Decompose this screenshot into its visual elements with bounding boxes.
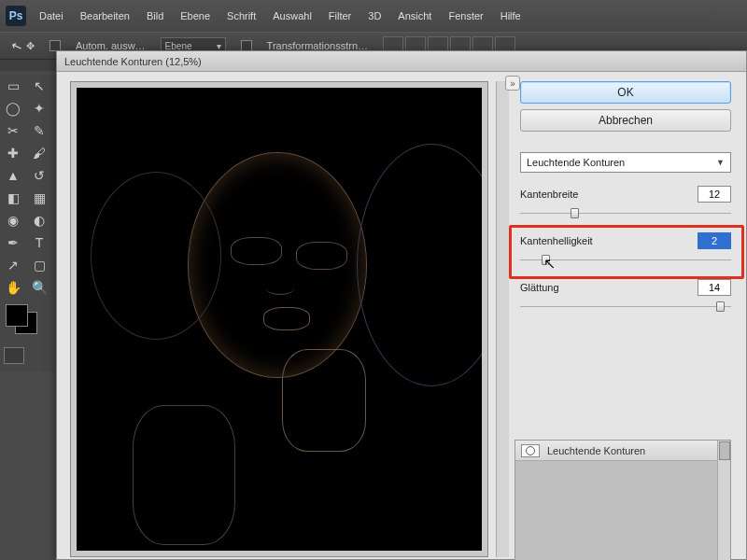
kantenhelligkeit-slider[interactable]: ↖ xyxy=(520,253,731,266)
dialog-titlebar: Leuchtende Konturen (12,5%) xyxy=(57,51,746,72)
quick-mask-button[interactable] xyxy=(4,347,24,364)
menu-bearbeiten[interactable]: Bearbeiten xyxy=(80,10,130,21)
kantenbreite-input[interactable]: 12 xyxy=(698,186,731,203)
effect-layers-body xyxy=(515,461,730,560)
crop-tool-icon[interactable]: ✂ xyxy=(0,119,26,142)
visibility-toggle-icon[interactable] xyxy=(521,444,540,457)
app-logo: Ps xyxy=(6,6,26,26)
effect-layer-name[interactable]: Leuchtende Konturen xyxy=(547,445,645,456)
filter-settings-pane: » OK Abbrechen Leuchtende Konturen ▼ Kan… xyxy=(509,72,746,560)
stamp-tool-icon[interactable]: ▲ xyxy=(0,164,26,187)
param-kantenbreite: Kantenbreite 12 xyxy=(520,186,731,203)
shape-tool-icon[interactable]: ▢ xyxy=(26,254,52,276)
menu-datei[interactable]: Datei xyxy=(39,10,63,21)
ok-button[interactable]: OK xyxy=(520,81,731,104)
eyedropper-tool-icon[interactable]: ✎ xyxy=(26,119,52,142)
preview-area xyxy=(57,72,496,560)
filter-gallery-dialog: Leuchtende Konturen (12,5%) » OK Abbrech… xyxy=(56,50,747,560)
menu-3d[interactable]: 3D xyxy=(368,10,381,21)
dodge-tool-icon[interactable]: ◐ xyxy=(26,209,52,231)
type-tool-icon[interactable]: T xyxy=(26,231,52,254)
chevron-down-icon: ▼ xyxy=(716,158,725,167)
kantenbreite-label: Kantenbreite xyxy=(520,189,578,200)
wand-tool-icon[interactable]: ✦ xyxy=(26,97,52,119)
kantenbreite-slider[interactable] xyxy=(520,206,731,219)
heal-tool-icon[interactable]: ✚ xyxy=(0,142,26,164)
pen-tool-icon[interactable]: ✒ xyxy=(0,231,26,254)
filter-select-dropdown[interactable]: Leuchtende Konturen ▼ xyxy=(520,152,731,173)
effect-layers-scrollbar[interactable] xyxy=(717,441,730,560)
preview-canvas[interactable] xyxy=(77,88,482,551)
tutorial-highlight xyxy=(509,225,744,279)
filter-select-value: Leuchtende Konturen xyxy=(527,157,625,168)
menu-fenster[interactable]: Fenster xyxy=(448,10,483,21)
move-tool-icon[interactable]: ↖ xyxy=(26,75,52,97)
history-brush-icon[interactable]: ↺ xyxy=(26,164,52,187)
marquee-tool-icon[interactable]: ▭ xyxy=(0,75,26,97)
cancel-button[interactable]: Abbrechen xyxy=(520,109,731,132)
dialog-title: Leuchtende Konturen (12,5%) xyxy=(64,56,202,67)
menu-filter[interactable]: Filter xyxy=(329,10,351,21)
toolbox: ▭↖ ◯✦ ✂✎ ✚🖌 ▲↺ ◧▦ ◉◐ ✒T ↗▢ ✋🔍 xyxy=(0,75,56,371)
menu-bild[interactable]: Bild xyxy=(147,10,163,21)
color-swatches[interactable] xyxy=(0,299,56,340)
menu-ebene[interactable]: Ebene xyxy=(180,10,210,21)
gradient-tool-icon[interactable]: ▦ xyxy=(26,187,52,209)
effect-layers-panel: Leuchtende Konturen xyxy=(514,440,731,560)
preview-scrollbar[interactable] xyxy=(496,81,509,557)
menu-schrift[interactable]: Schrift xyxy=(227,10,256,21)
glaettung-input[interactable]: 14 xyxy=(698,279,731,296)
hand-tool-icon[interactable]: ✋ xyxy=(0,276,26,299)
param-glaettung: Glättung 14 xyxy=(520,279,731,296)
menu-ansicht[interactable]: Ansicht xyxy=(398,10,431,21)
brush-tool-icon[interactable]: 🖌 xyxy=(26,142,52,164)
lasso-tool-icon[interactable]: ◯ xyxy=(0,97,26,119)
glaettung-label: Glättung xyxy=(520,282,559,293)
zoom-tool-icon[interactable]: 🔍 xyxy=(26,276,52,299)
path-tool-icon[interactable]: ↗ xyxy=(0,254,26,276)
move-tool-indicator: ↖✥ xyxy=(11,38,35,53)
eraser-tool-icon[interactable]: ◧ xyxy=(0,187,26,209)
menu-auswahl[interactable]: Auswahl xyxy=(273,10,312,21)
collapse-thumbnails-button[interactable]: » xyxy=(505,76,520,91)
menu-hilfe[interactable]: Hilfe xyxy=(500,10,521,21)
menu-bar: Ps Datei Bearbeiten Bild Ebene Schrift A… xyxy=(0,0,747,32)
glaettung-slider[interactable] xyxy=(520,300,731,313)
blur-tool-icon[interactable]: ◉ xyxy=(0,209,26,231)
